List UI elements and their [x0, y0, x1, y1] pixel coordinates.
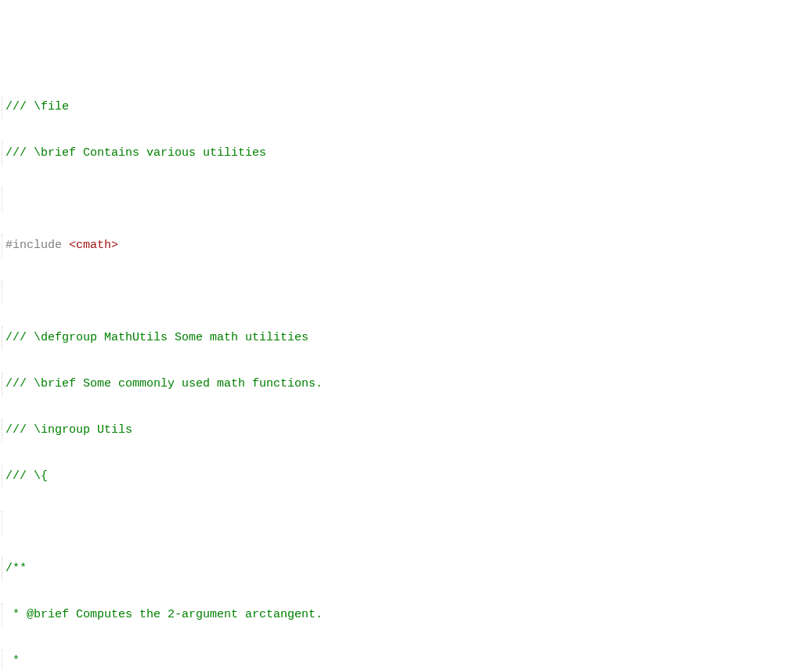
code-line: [2, 188, 812, 211]
token-comment: /**: [5, 562, 27, 575]
code-line: [2, 280, 812, 304]
token-comment: /// \{: [5, 469, 48, 483]
token-comment: *: [5, 654, 20, 667]
code-line: * @brief Computes the 2-argument arctang…: [2, 603, 812, 627]
code-line: /// \file: [2, 95, 812, 119]
code-line: /// \{: [2, 465, 812, 488]
code-line: /// \ingroup Utils: [2, 419, 812, 442]
token-comment: /// \file: [5, 100, 69, 113]
token-preproc: #include: [5, 239, 69, 252]
code-line: [2, 511, 812, 534]
code-line: /**: [2, 557, 812, 581]
code-line: #include <cmath>: [2, 234, 812, 257]
code-line: /// \brief Some commonly used math funct…: [2, 372, 812, 396]
token-comment: * @brief Computes the 2-argument arctang…: [5, 608, 323, 621]
code-line: /// \defgroup MathUtils Some math utilit…: [2, 326, 812, 350]
token-comment: /// \ingroup Utils: [5, 423, 132, 437]
token-comment: /// \brief Some commonly used math funct…: [5, 377, 323, 390]
token-comment: /// \defgroup MathUtils Some math utilit…: [5, 331, 309, 344]
token-comment: /// \brief Contains various utilities: [5, 146, 266, 160]
token-string: <cmath>: [69, 239, 118, 252]
code-line: /// \brief Contains various utilities: [2, 142, 812, 165]
code-line: *: [2, 649, 812, 669]
code-block: /// \file /// \brief Contains various ut…: [0, 95, 812, 669]
